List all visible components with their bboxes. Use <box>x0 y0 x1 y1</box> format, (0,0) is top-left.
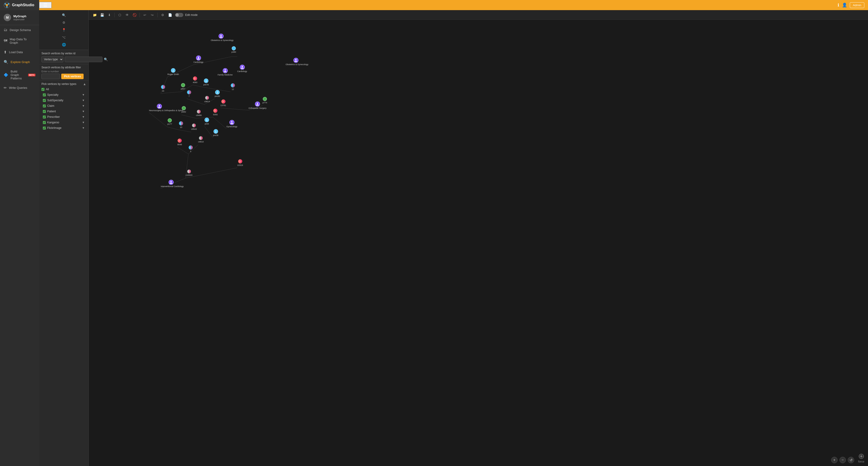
kangaroo-checkbox[interactable] <box>43 121 46 124</box>
node-c9488[interactable]: c9488 <box>196 109 202 116</box>
vertex-types-section: Pick vertices by vertex types ▲ All Spec… <box>39 80 88 466</box>
patient-checkbox[interactable] <box>43 110 46 113</box>
settings-button[interactable]: ⚙ <box>159 12 166 18</box>
claim-checkbox[interactable] <box>43 104 46 107</box>
node-gynecology[interactable]: Gynecology <box>226 120 238 128</box>
specialty-filter-icon[interactable]: ▼ <box>82 93 85 96</box>
location-icon[interactable]: 📍 <box>61 27 67 33</box>
search-by-id-section: Search vertices by vertex id Vertex type… <box>39 50 88 64</box>
search-icon[interactable]: 🔍 <box>61 12 67 19</box>
user-icon[interactable]: 👤 <box>842 3 847 8</box>
node-4060[interactable]: 4060 <box>193 76 197 84</box>
flickrimage-filter-icon[interactable]: ▼ <box>82 126 85 130</box>
vertex-types-title: Pick vertices by vertex types <box>41 82 76 86</box>
attr-hint: Enter a number <box>41 70 86 73</box>
node-neurosurgery[interactable]: Neurosurgery & Orthopedics & Spine <box>149 104 170 111</box>
hexagon-button[interactable]: ⬡ <box>117 12 123 18</box>
node-label-4060: 4060 <box>193 81 197 84</box>
node-pre78[interactable]: pre78 <box>204 78 209 86</box>
node-c10020[interactable]: c10020 <box>186 169 192 176</box>
prescriber-checkbox[interactable] <box>43 115 46 119</box>
zoom-in-button[interactable]: + <box>831 457 838 463</box>
pick-vertices-button[interactable]: Pick vertices <box>61 74 84 79</box>
node-10319[interactable]: 10319 <box>237 159 243 166</box>
node-p807[interactable]: p807 <box>181 83 185 90</box>
edit-mode-toggle[interactable]: Edit mode <box>175 13 197 17</box>
sidebar-item-write-queries[interactable]: ✏ Write Queries <box>0 83 39 93</box>
toggle-switch[interactable] <box>175 13 183 17</box>
eye-button[interactable]: 👁 <box>124 12 130 18</box>
vertex-id-input[interactable] <box>65 57 102 62</box>
node-roger-smith[interactable]: Roger Smith <box>167 68 179 75</box>
node-7[interactable]: 7 <box>187 90 191 97</box>
flickrimage-checkbox[interactable] <box>43 127 46 130</box>
collapse-icon: ▲ <box>83 82 86 86</box>
graph-canvas[interactable]: Obstetrics & Gynecologyp380 Cardiology C… <box>89 20 868 466</box>
kangaroo-filter-icon[interactable]: ▼ <box>82 121 85 124</box>
globe-icon[interactable]: 🌐 <box>61 41 67 48</box>
sidebar-item-build-patterns[interactable]: 🔷 Build Graph Patterns BETA <box>0 67 39 83</box>
all-types-checkbox[interactable] <box>41 88 44 91</box>
search-button[interactable]: 🔍 <box>104 58 108 61</box>
subspecialty-filter-icon[interactable]: ▼ <box>82 99 85 102</box>
claim-filter-icon[interactable]: ▼ <box>82 104 85 107</box>
redo-button[interactable]: ↪ <box>149 12 155 18</box>
node-12[interactable]: 12 <box>230 83 235 91</box>
patient-filter-icon[interactable]: ▼ <box>82 110 85 113</box>
info-icon[interactable]: ℹ <box>838 3 839 8</box>
node-circle-gynecology <box>229 120 235 125</box>
sidebar-item-map-data[interactable]: 🗺 Map Data To Graph <box>0 35 39 47</box>
attr-value-input[interactable]: 5 <box>41 74 60 79</box>
subspecialty-checkbox[interactable] <box>43 99 46 102</box>
node-label-pre38: pre38 <box>213 134 218 136</box>
no-entry-button[interactable]: 🚫 <box>131 12 138 18</box>
graph-area[interactable]: 📁 💾 ⬇ ⬡ 👁 🚫 ↩ ↪ ⚙ 📄 Edit mode <box>89 10 868 466</box>
node-pre6[interactable]: pre6 <box>205 118 209 125</box>
hamburger-button[interactable]: ☰ <box>39 2 52 8</box>
save-button[interactable]: 💾 <box>99 12 105 18</box>
vertex-types-header[interactable]: Pick vertices by vertex types ▲ <box>41 82 86 86</box>
vertex-type-select[interactable]: Vertex type <box>41 56 63 62</box>
prescriber-filter-icon[interactable]: ▼ <box>82 115 85 119</box>
undo-button[interactable]: ↩ <box>142 12 148 18</box>
node-10[interactable]: 10 <box>179 121 183 128</box>
node-p380[interactable]: p380 <box>231 46 236 53</box>
svg-line-25 <box>213 117 226 129</box>
node-13781[interactable]: 13781 <box>220 99 226 106</box>
node-pre38[interactable]: pre38 <box>213 129 218 136</box>
refresh-button[interactable]: ↺ <box>848 457 854 463</box>
map-data-icon: 🗺 <box>4 39 7 43</box>
document-button[interactable]: 📄 <box>167 12 173 18</box>
node-5055[interactable]: 5055 <box>213 108 218 116</box>
node-cardiology-1[interactable]: Cardiology <box>193 56 204 63</box>
open-file-button[interactable]: 📁 <box>91 12 98 18</box>
node-obstetrics-gynecology-2[interactable]: Obstetrics & Gynecology <box>286 58 306 66</box>
node-family-medicine[interactable]: Family Medicine <box>218 68 232 76</box>
node-cardiology-2[interactable]: Cardiology <box>237 65 247 72</box>
sidebar-item-explore-graph[interactable]: 🔍 Explore Graph <box>0 57 39 67</box>
node-c9810[interactable]: c9810 <box>198 136 204 143</box>
node-c9543[interactable]: c9543 <box>191 123 197 130</box>
sidebar-item-load-data[interactable]: ⬆ Load Data <box>0 47 39 57</box>
node-p482[interactable]: p482 <box>182 106 186 113</box>
node-16[interactable]: 16 <box>161 85 165 92</box>
vertex-type-flickrimage: FlickrImage ▼ <box>41 125 86 131</box>
svg-point-70 <box>190 147 191 148</box>
sidebar-item-design-schema[interactable]: 🗂 Design Schema <box>0 25 39 35</box>
download-button[interactable]: ⬇ <box>106 12 113 18</box>
admin-button[interactable]: Admin <box>850 2 864 8</box>
node-pre30[interactable]: pre30 <box>215 90 220 97</box>
hierarchy-icon[interactable]: ⌥ <box>61 34 67 40</box>
node-obstetrics-gynecology-1[interactable]: Obstetrics & Gynecology <box>211 34 231 41</box>
node-5[interactable]: 5 <box>188 145 193 153</box>
zoom-out-button[interactable]: − <box>839 457 846 463</box>
node-c9814[interactable]: c9814 <box>204 96 210 103</box>
specialty-checkbox[interactable] <box>43 93 46 96</box>
node-orthopedic-surgery[interactable]: Orthopedic Surgery <box>248 101 267 109</box>
node-interventional-cardiology[interactable]: Interventional Cardiology <box>161 180 182 188</box>
avatar: M <box>4 14 11 21</box>
node-p177[interactable]: p177 <box>167 118 172 125</box>
node-9048[interactable]: 9048 <box>177 138 182 146</box>
node-label-gynecology: Gynecology <box>226 125 238 128</box>
settings-icon[interactable]: ⚙ <box>61 19 67 26</box>
